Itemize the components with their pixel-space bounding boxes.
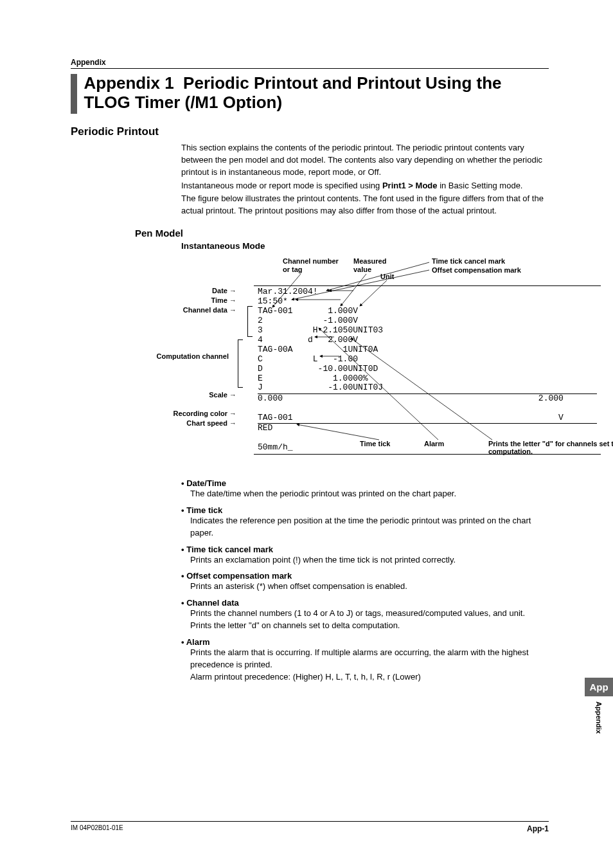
mono-l9: D -10.00UNIT0D <box>258 364 378 374</box>
mono-l10: E 1.0000% <box>258 374 368 383</box>
mono-l11: J -1.00UNIT0J <box>258 383 383 392</box>
label-measured-value: Measured value <box>353 257 386 274</box>
label-time: Time → <box>198 296 236 305</box>
bullet-list: Date/Time The date/time when the periodi… <box>181 478 549 683</box>
printout-figure: Channel number or tag Measured value Uni… <box>71 255 549 460</box>
page-footer: IM 04P02B01-01E App-1 <box>71 821 549 833</box>
label-chart-speed: Chart speed → <box>161 419 236 428</box>
label-alarm-bottom: Alarm <box>424 440 444 448</box>
bullet-body: Prints the alarm that is occurring. If m… <box>190 647 549 671</box>
bullet-body: Prints the channel numbers (1 to 4 or A … <box>190 608 549 620</box>
label-recording-color: Recording color → <box>154 410 236 418</box>
bullet-head: Time tick cancel mark <box>181 545 549 554</box>
bullet-alarm: Alarm Prints the alarm that is occurring… <box>181 637 549 683</box>
printout-sample: Mar.31.2004! 15:50* TAG-001 1.000V 2 -1.… <box>254 285 601 455</box>
label-date: Date → <box>198 287 236 295</box>
label-unit: Unit <box>380 273 394 281</box>
side-tab: App Appendix <box>585 678 613 734</box>
mono-l5: 3 H-2.1050UNIT03 <box>258 325 383 335</box>
page-title: Appendix 1 Periodic Printout and Printou… <box>84 74 549 113</box>
pen-model-heading: Pen Model <box>135 228 549 239</box>
mono-l6: 4 d 2.000V <box>258 335 358 345</box>
bullet-body: The date/time when the periodic printout… <box>190 488 549 500</box>
label-time-tick-cancel: Time tick cancel mark <box>432 257 505 266</box>
bracket-computation <box>238 339 243 388</box>
label-offset-comp: Offset compensation mark <box>432 266 521 275</box>
mono-l1: Mar.31.2004! <box>258 287 318 296</box>
mono-l15: 50mm/h_ <box>258 442 293 452</box>
mono-l2: 15:50* <box>258 296 288 306</box>
mono-l13: TAG-001 V <box>258 413 564 422</box>
bullet-body: Alarm printout precedence: (Higher) H, L… <box>190 671 549 683</box>
mono-l8: C L -1.00 <box>258 354 358 364</box>
mono-l12: 0.000 2.000 <box>258 393 597 404</box>
bracket-channel-data <box>247 306 253 337</box>
mono-l3: TAG-001 1.000V <box>258 306 358 316</box>
mono-l4: 2 -1.000V <box>258 316 358 325</box>
label-time-tick-bottom: Time tick <box>360 440 391 448</box>
title-accent-bar <box>71 74 77 114</box>
bullet-head: Time tick <box>181 505 549 515</box>
section-label: Appendix <box>71 58 549 69</box>
side-tab-box: App <box>585 678 613 696</box>
footer-doc-id: IM 04P02B01-01E <box>71 824 123 833</box>
intro-p3: The figure below illustrates the printou… <box>181 193 549 217</box>
intro-p1: This section explains the contents of th… <box>181 142 549 179</box>
label-d-note: Prints the letter "d" for channels set t… <box>488 440 613 455</box>
label-channel-data: Channel data → <box>161 306 236 314</box>
page-title-row: Appendix 1 Periodic Printout and Printou… <box>71 74 549 114</box>
bullet-offset-mark: Offset compensation mark Prints an aster… <box>181 571 549 593</box>
label-channel-or-tag: Channel number or tag <box>283 257 339 274</box>
bullet-head: Offset compensation mark <box>181 571 549 581</box>
bullet-head: Alarm <box>181 637 549 647</box>
intro-p2a: Instantaneous mode or report mode is spe… <box>181 181 382 190</box>
bullet-body: Prints the letter "d" on channels set to… <box>190 620 549 632</box>
bullet-head: Date/Time <box>181 478 549 488</box>
bullet-body: Prints an asterisk (*) when offset compe… <box>190 581 549 593</box>
instantaneous-mode-heading: Instantaneous Mode <box>181 241 549 251</box>
bullet-body: Indicates the reference pen position at … <box>190 515 549 539</box>
side-tab-label: Appendix <box>595 696 603 734</box>
mono-l7: TAG-00A 1UNIT0A <box>258 345 378 354</box>
footer-page-number: App-1 <box>527 824 549 833</box>
label-computation-channel: Computation channel <box>141 352 229 361</box>
intro-paragraphs: This section explains the contents of th… <box>181 142 549 217</box>
intro-p2-bold: Print1 > Mode <box>382 181 438 190</box>
title-prefix: Appendix 1 <box>84 73 173 93</box>
bullet-head: Channel data <box>181 598 549 608</box>
intro-p2: Instantaneous mode or report mode is spe… <box>181 180 549 192</box>
intro-p2c: in Basic Setting mode. <box>438 181 523 190</box>
bullet-body: Prints an exclamation point (!) when the… <box>190 554 549 566</box>
bullet-cancel-mark: Time tick cancel mark Prints an exclamat… <box>181 545 549 566</box>
section-heading-periodic: Periodic Printout <box>71 125 549 138</box>
mono-l14: RED <box>258 423 597 433</box>
bullet-timetick: Time tick Indicates the reference pen po… <box>181 505 549 539</box>
bullet-channel-data: Channel data Prints the channel numbers … <box>181 598 549 632</box>
bullet-datetime: Date/Time The date/time when the periodi… <box>181 478 549 500</box>
label-scale: Scale → <box>198 391 236 399</box>
